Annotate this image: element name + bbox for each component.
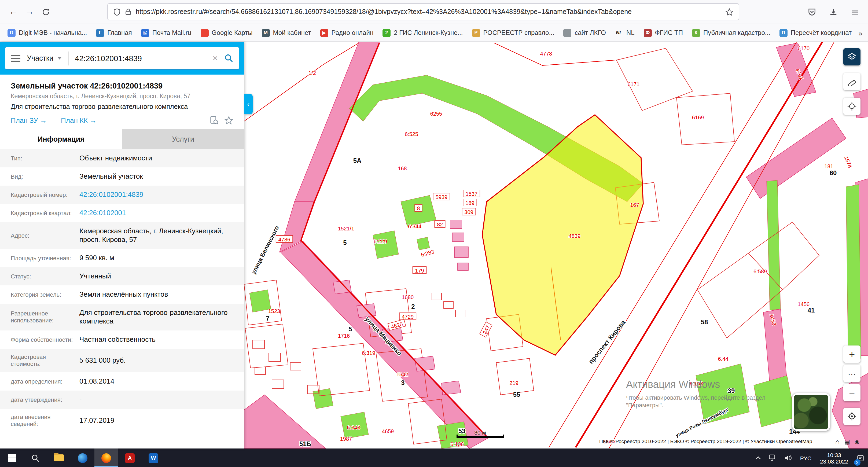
back-button[interactable]: ←	[5, 4, 22, 20]
cadastral-map-canvas[interactable]: 477861701/26171470562556:52561695А168167…	[244, 42, 868, 448]
notification-center-button[interactable]: 2	[853, 448, 868, 467]
parcel-number-label: 6170	[798, 45, 810, 51]
bookmark-item[interactable]: @Почта Mail.ru	[141, 29, 191, 37]
info-label: дата утверждения:	[0, 392, 80, 408]
svg-text:6171: 6171	[628, 81, 640, 87]
bookmark-item[interactable]: РРОСРЕЕСТР справло...	[472, 29, 554, 37]
info-label: Разрешенное использование:	[0, 305, 80, 329]
layers-button[interactable]	[843, 48, 861, 65]
menu-hamburger-icon[interactable]	[11, 55, 20, 61]
parcel-number-label: 3	[401, 379, 404, 386]
svg-text:8: 8	[417, 206, 420, 211]
svg-text:39: 39	[728, 387, 735, 394]
bookmark-item[interactable]: 22 ГИС Ленинск-Кузне...	[382, 29, 463, 37]
start-button[interactable]	[0, 448, 24, 467]
svg-text:1674: 1674	[843, 155, 853, 169]
tray-expand-button[interactable]	[752, 448, 765, 467]
parcel-number-label: 6:525	[405, 131, 418, 137]
info-row: дата утверждения:-	[0, 391, 244, 409]
forward-button[interactable]: →	[22, 4, 37, 20]
pocket-icon[interactable]	[804, 4, 820, 20]
address-bar[interactable]: https://pkk.rosreestr.ru/#/search/54.668…	[107, 3, 739, 21]
tab-information[interactable]: Информация	[0, 129, 122, 149]
bookmark-item[interactable]: ММой кабинет	[262, 29, 311, 37]
parcel-number-label: 6:589	[753, 269, 767, 274]
doc-search-icon[interactable]	[210, 116, 219, 125]
bookmark-item[interactable]: DDigit МЭВ - начальна...	[7, 29, 87, 37]
downloads-icon[interactable]	[825, 4, 841, 20]
bookmark-item[interactable]: сайт ЛКГО	[563, 29, 606, 37]
bookmark-favicon	[200, 29, 209, 37]
url-text[interactable]: https://pkk.rosreestr.ru/#/search/54.668…	[136, 8, 721, 15]
menu-icon[interactable]	[846, 4, 863, 20]
header-action-icons	[210, 116, 237, 125]
measure-button[interactable]	[843, 73, 861, 90]
search-icon[interactable]	[224, 54, 234, 63]
info-row: Площадь уточненная:9 590 кв. м	[0, 249, 244, 267]
info-label: Площадь уточненная:	[0, 250, 80, 267]
selected-parcel-4839[interactable]	[482, 115, 643, 355]
taskbar-clock[interactable]: 10:33 23.08.2022	[815, 452, 853, 464]
plan-zu-link[interactable]: План ЗУ →	[11, 117, 47, 124]
bookmark-label: сайт ЛКГО	[575, 29, 606, 36]
layers-mini-icon[interactable]: ▤	[844, 438, 850, 445]
network-tray-icon[interactable]	[765, 448, 781, 467]
extent-button[interactable]	[843, 98, 861, 115]
reload-button[interactable]	[37, 4, 54, 20]
file-explorer-button[interactable]	[47, 448, 71, 467]
taskbar-search-button[interactable]	[24, 448, 47, 467]
browser-toolbar: ← → https://pkk.rosreestr.ru/#/search/54…	[0, 0, 868, 24]
clear-search-icon[interactable]: ×	[212, 54, 218, 63]
bookmark-item[interactable]: КПубличная кадастро...	[692, 29, 770, 37]
zoom-out-button[interactable]: −	[843, 384, 861, 401]
basemap-preview-thumbnail[interactable]	[793, 393, 830, 431]
parcel-number-label: 6171	[628, 81, 640, 87]
bookmark-star-icon[interactable]	[725, 8, 733, 16]
home-icon[interactable]: ⌂	[835, 438, 840, 446]
zoom-in-glyph: +	[849, 349, 855, 359]
zoom-in-button[interactable]: +	[843, 345, 861, 363]
info-value[interactable]: 42:26:0102001	[80, 204, 244, 222]
bookmark-item[interactable]: ГГлавная	[96, 29, 132, 37]
info-row: Кадастровый квартал:42:26:0102001	[0, 204, 244, 222]
parcel-number-box: 1537	[463, 190, 480, 197]
ruler-icon	[847, 77, 857, 86]
panel-collapse-button[interactable]: ‹	[244, 94, 253, 114]
tab-services[interactable]: Услуги	[122, 129, 244, 149]
search-input[interactable]: 42:26:102001:4839	[75, 54, 209, 62]
svg-text:4786: 4786	[278, 237, 290, 243]
bookmark-item[interactable]: ▶Радио онлайн	[320, 29, 374, 37]
word-button[interactable]: W	[142, 448, 165, 467]
parcel-number-label: 5	[343, 239, 346, 246]
volume-tray-icon[interactable]	[781, 448, 796, 467]
acrobat-button[interactable]: A	[118, 448, 142, 467]
bookmarks-overflow-chevron[interactable]: »	[854, 24, 863, 42]
parcel-number-label: 6:44	[718, 356, 728, 362]
firefox-button[interactable]	[94, 448, 118, 467]
search-category-select[interactable]: Участки	[27, 54, 53, 62]
info-value[interactable]: 42:26:0102001:4839	[80, 186, 244, 204]
search-box[interactable]: Участки 42:26:102001:4839 ×	[5, 47, 239, 70]
chevron-down-icon[interactable]	[57, 57, 61, 60]
bookmark-item[interactable]: Google Карты	[200, 29, 252, 37]
geolocate-button[interactable]	[843, 408, 861, 425]
parcel-number-label: 168	[398, 165, 407, 172]
parcel-number-label: 6:343	[347, 425, 360, 431]
plan-kk-link[interactable]: План КК →	[61, 117, 97, 124]
svg-text:6:589: 6:589	[753, 269, 767, 274]
info-value: 17.07.2019	[80, 411, 244, 430]
zoom-more-button[interactable]: ⋯	[843, 365, 861, 382]
lock-icon[interactable]	[125, 8, 131, 15]
browser-app-button[interactable]	[71, 448, 94, 467]
tracking-shield-icon[interactable]	[113, 8, 121, 16]
map-attribution: ПКК © Росреестр 2010-2022 | БЭКО © Росре…	[599, 438, 812, 444]
info-value: Объект недвижимости	[80, 149, 244, 167]
bookmark-label: Почта Mail.ru	[152, 29, 191, 36]
marker-mini-icon[interactable]: ◉	[855, 439, 860, 445]
bookmark-item[interactable]: ФФГИС ТП	[644, 29, 683, 37]
language-indicator[interactable]: РУС	[796, 448, 815, 467]
bookmark-item[interactable]: NLNL	[615, 29, 634, 37]
bookmark-item[interactable]: ППересчёт координат ...	[779, 29, 859, 37]
bookmark-favicon: ▶	[320, 29, 328, 37]
favorite-star-icon[interactable]	[224, 116, 234, 125]
